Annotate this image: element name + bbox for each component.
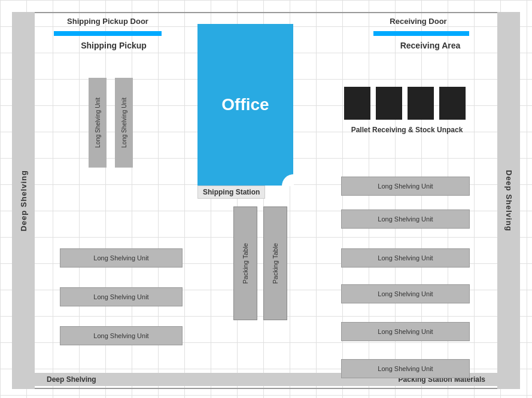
pallet-3 <box>408 87 434 120</box>
pallet-2 <box>376 87 402 120</box>
shipping-pickup-door-label: Shipping Pickup Door <box>48 17 168 26</box>
receiving-door-bar <box>373 31 469 36</box>
pallet-receiving-label: Pallet Receiving & Stock Unpack <box>335 126 479 134</box>
shelving-unit-right-4: Long Shelving Unit <box>341 284 470 303</box>
shelving-unit-right-3: Long Shelving Unit <box>341 248 470 268</box>
shipping-station-label: Shipping Station <box>197 186 265 199</box>
shipping-pickup-door-bar <box>54 31 162 36</box>
shelving-unit-left-2: Long Shelving Unit <box>60 287 183 306</box>
deep-shelving-left: Deep Shelving <box>12 12 35 389</box>
shipping-pickup-label: Shipping Pickup <box>54 41 174 50</box>
shelving-unit-left-3: Long Shelving Unit <box>60 326 183 345</box>
shelving-unit-right-6: Long Shelving Unit <box>341 359 470 378</box>
receiving-area-label: Receiving Area <box>376 41 484 50</box>
shelving-unit-right-2: Long Shelving Unit <box>341 209 470 229</box>
shelving-unit-left-1: Long Shelving Unit <box>60 248 183 268</box>
warehouse-map: Deep Shelving Deep Shelving Deep Shelvin… <box>0 0 532 398</box>
vertical-shelving-1: Long Shelving Unit <box>89 78 107 168</box>
receiving-door-label: Receiving Door <box>364 17 472 26</box>
bottom-left-label: Deep Shelving <box>47 375 96 384</box>
packing-table-2: Packing Table <box>263 206 287 320</box>
office-block: Office <box>197 24 293 186</box>
office-label: Office <box>221 95 269 114</box>
shelving-unit-right-1: Long Shelving Unit <box>341 177 470 196</box>
packing-table-1: Packing Table <box>233 206 257 320</box>
vertical-shelving-2: Long Shelving Unit <box>115 78 133 168</box>
pallet-4 <box>439 87 466 120</box>
pallet-1 <box>344 87 370 120</box>
deep-shelving-right: Deep Shelving <box>497 12 520 389</box>
shelving-unit-right-5: Long Shelving Unit <box>341 322 470 341</box>
